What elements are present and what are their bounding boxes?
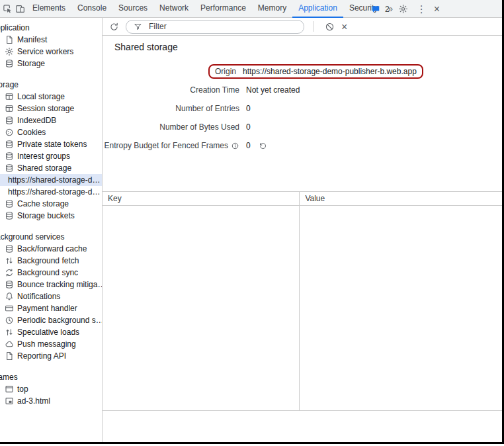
clock-icon (5, 316, 14, 325)
tab-application[interactable]: Application (292, 0, 343, 18)
sidebar-item-shared-storage[interactable]: Shared storage (0, 162, 102, 174)
sync-icon (5, 268, 14, 277)
gear-icon (5, 47, 14, 56)
database-icon (5, 163, 14, 173)
sidebar-item-bounce-tracking-mitiga[interactable]: Bounce tracking mitiga… (0, 279, 102, 290)
sidebar-item-reporting-api[interactable]: Reporting API (0, 350, 102, 362)
settings-gear-icon[interactable] (397, 3, 409, 16)
document-icon (5, 351, 14, 361)
field-row-number-of-entries: Number of Entries0 (103, 99, 502, 118)
clear-all-icon[interactable] (323, 20, 336, 33)
sidebar-item-label: Speculative loads (17, 328, 79, 337)
sidebar-item-service-workers[interactable]: Service workers (0, 46, 102, 58)
refresh-icon[interactable] (108, 20, 120, 33)
sidebar-item-payment-handler[interactable]: Payment handler (0, 302, 102, 314)
main-panel: × Shared storage Originhttps://shared-st… (103, 18, 502, 442)
sidebar-item-https-shared-storage-d[interactable]: https://shared-storage-d… (0, 174, 102, 186)
field-row-number-of-bytes-used: Number of Bytes Used0 (103, 118, 502, 136)
sidebar-item-session-storage[interactable]: Session storage (0, 103, 102, 114)
sidebar-item-local-storage[interactable]: Local storage (0, 91, 102, 103)
devtools-window: ElementsConsoleSourcesNetworkPerformance… (0, 0, 504, 444)
tab-elements[interactable]: Elements (26, 0, 71, 18)
sidebar-item-background-sync[interactable]: Background sync (0, 267, 102, 279)
sidebar-item-cache-storage[interactable]: Cache storage (0, 198, 102, 210)
cloud-icon (5, 339, 14, 349)
sidebar-item-label: Service workers (17, 47, 73, 56)
sidebar-item-push-messaging[interactable]: Push messaging (0, 338, 102, 350)
field-label: Entropy Budget for Fenced Frames (103, 141, 239, 150)
field-label: Creation Time (103, 85, 239, 95)
sidebar-item-https-shared-storage-d[interactable]: https://shared-storage-d… (0, 186, 102, 198)
column-header-key[interactable]: Key (103, 192, 300, 205)
sidebar-item-top[interactable]: top (0, 383, 102, 395)
sidebar-item-storage-buckets[interactable]: Storage buckets (0, 210, 102, 222)
tab-memory[interactable]: Memory (252, 0, 292, 18)
field-value: 0 (246, 122, 251, 132)
field-row-entropy-budget-for-fenced-frames: Entropy Budget for Fenced Frames0 (103, 136, 502, 155)
issues-badge[interactable]: 2 (370, 3, 390, 16)
storage-table: Key Value (103, 191, 502, 411)
card-icon (5, 304, 14, 313)
sidebar-item-indexeddb[interactable]: IndexedDB (0, 114, 102, 126)
tab-sources[interactable]: Sources (112, 0, 153, 18)
bell-icon (5, 292, 14, 301)
sidebar-item-label: Back/forward cache (17, 244, 87, 253)
sidebar-item-label: Local storage (17, 92, 65, 101)
sidebar-item-notifications[interactable]: Notifications (0, 290, 102, 302)
field-value: Not yet created (246, 85, 300, 95)
sidebar-item-label: Background fetch (17, 256, 79, 265)
sidebar-item-label: Notifications (17, 292, 60, 301)
sidebar-item-speculative-loads[interactable]: Speculative loads (0, 326, 102, 338)
sidebar-item-periodic-background-s[interactable]: Periodic background s… (0, 314, 102, 326)
sidebar-item-back-forward-cache[interactable]: Back/forward cache (0, 243, 102, 255)
device-toolbar-icon[interactable] (14, 2, 26, 15)
filter-box[interactable] (126, 20, 304, 34)
sidebar-item-label: https://shared-storage-d… (8, 175, 100, 185)
field-label: Origin (215, 67, 236, 76)
close-devtools-icon[interactable]: × (434, 0, 440, 18)
sidebar-item-cookies[interactable]: Cookies (0, 126, 102, 138)
tab-strip: ElementsConsoleSourcesNetworkPerformance… (26, 0, 384, 17)
sidebar-item-interest-groups[interactable]: Interest groups (0, 150, 102, 162)
frame-icon (5, 384, 14, 394)
sidebar-item-background-fetch[interactable]: Background fetch (0, 255, 102, 267)
field-value: https://shared-storage-demo-publisher-b.… (243, 67, 417, 76)
sidebar-item-label: Storage buckets (17, 211, 75, 220)
application-sidebar: ApplicationManifestService workersStorag… (0, 18, 103, 442)
cookie-icon (5, 128, 14, 137)
sidebar-item-manifest[interactable]: Manifest (0, 34, 102, 46)
reset-budget-icon[interactable] (259, 142, 267, 150)
section-header-background-services: Background services (0, 231, 102, 243)
close-view-icon[interactable]: × (341, 18, 347, 36)
tab-performance[interactable]: Performance (194, 0, 252, 18)
filter-funnel-icon (132, 20, 144, 33)
issues-count: 2 (385, 5, 390, 14)
tab-network[interactable]: Network (153, 0, 194, 18)
tab-console[interactable]: Console (71, 0, 112, 18)
sidebar-section-background-services: Background servicesBack/forward cacheBac… (0, 231, 102, 362)
info-icon[interactable] (231, 142, 239, 150)
database-icon (5, 116, 14, 125)
sidebar-item-label: Bounce tracking mitiga… (17, 280, 103, 289)
sidebar-section-application: ApplicationManifestService workersStorag… (0, 22, 102, 69)
issues-icon (370, 3, 382, 16)
sidebar-item-storage[interactable]: Storage (0, 58, 102, 69)
sidebar-item-label: Background sync (17, 268, 78, 277)
toolbar-divider (314, 21, 314, 32)
sidebar-item-label: Cookies (17, 128, 46, 137)
section-header-storage: Storage (0, 79, 102, 91)
frame-ad-icon (5, 396, 14, 406)
sidebar-item-private-state-tokens[interactable]: Private state tokens (0, 138, 102, 150)
field-label: Number of Entries (103, 104, 239, 113)
sidebar-item-label: Cache storage (17, 199, 69, 208)
sidebar-item-ad-3-html[interactable]: ad-3.html (0, 395, 102, 407)
sidebar-item-label: Private state tokens (17, 140, 87, 149)
more-options-icon[interactable]: ⋮ (417, 0, 427, 18)
column-header-value[interactable]: Value (300, 192, 502, 205)
inspect-icon[interactable] (1, 2, 14, 15)
database-icon (5, 199, 14, 208)
filter-input[interactable] (147, 21, 289, 32)
sidebar-item-label: Reporting API (17, 351, 66, 361)
updown-icon (5, 256, 14, 265)
field-value: 0 (246, 141, 251, 150)
